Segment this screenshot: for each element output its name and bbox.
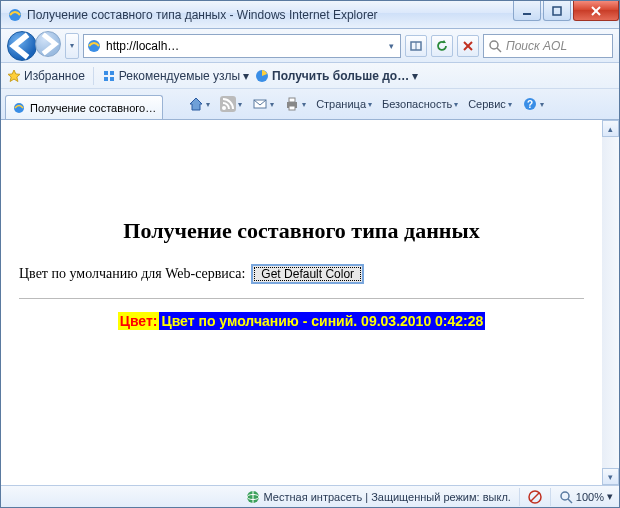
get-default-color-button[interactable]: Get Default Color — [251, 264, 364, 284]
close-button[interactable] — [573, 1, 619, 21]
mail-button[interactable]: ▾ — [249, 94, 277, 114]
prompt-row: Цвет по умолчанию для Web-сервиса: Get D… — [19, 264, 584, 284]
zoom-value: 100% — [576, 491, 604, 503]
tools-menu[interactable]: Сервис▾ — [465, 96, 515, 112]
result-value: Цвет по умолчанию - синий. 09.03.2010 0:… — [159, 312, 485, 330]
svg-rect-14 — [104, 77, 108, 81]
scroll-track[interactable] — [602, 137, 619, 468]
help-button[interactable]: ?▾ — [519, 94, 547, 114]
zone-text: Местная интрасеть | Защищенный режим: вы… — [264, 491, 511, 503]
tab-bar: Получение составного… ▾ ▾ ▾ ▾ Страница▾ … — [1, 89, 619, 119]
chevron-down-icon: ▾ — [412, 69, 418, 83]
getmore-label: Получить больше до… — [272, 69, 409, 83]
home-icon — [188, 96, 204, 112]
divider — [19, 298, 584, 299]
svg-text:?: ? — [527, 99, 533, 110]
svg-line-11 — [497, 48, 501, 52]
star-icon — [7, 69, 21, 83]
page-body: Получение составного типа данных Цвет по… — [1, 120, 602, 485]
tab-favicon — [12, 101, 26, 115]
zoom-icon — [559, 490, 573, 504]
zoom-control[interactable]: 100% ▾ — [559, 490, 613, 504]
favorites-label: Избранное — [24, 69, 85, 83]
slice-icon — [255, 69, 269, 83]
zone-icon — [246, 490, 260, 504]
home-button[interactable]: ▾ — [185, 94, 213, 114]
sites-icon — [102, 69, 116, 83]
minimize-button[interactable] — [513, 1, 541, 21]
svg-point-19 — [222, 106, 226, 110]
maximize-button[interactable] — [543, 1, 571, 21]
svg-rect-13 — [110, 71, 114, 75]
vertical-scrollbar[interactable]: ▴ ▾ — [602, 120, 619, 485]
svg-line-30 — [531, 493, 539, 501]
navigation-bar: ▾ http://localh… ▾ Поиск AOL — [1, 29, 619, 63]
search-placeholder: Поиск AOL — [506, 39, 567, 53]
suggested-label: Рекомендуемые узлы — [119, 69, 240, 83]
result-label: Цвет: — [118, 312, 160, 330]
tab-current[interactable]: Получение составного… — [5, 95, 163, 119]
svg-rect-12 — [104, 71, 108, 75]
chevron-down-icon: ▾ — [243, 69, 249, 83]
favorites-bar: Избранное Рекомендуемые узлы ▾ Получить … — [1, 63, 619, 89]
forward-button[interactable] — [35, 31, 61, 57]
svg-rect-22 — [289, 98, 295, 102]
prompt-label: Цвет по умолчанию для Web-сервиса: — [19, 266, 245, 282]
svg-line-32 — [568, 499, 572, 503]
page-menu[interactable]: Страница▾ — [313, 96, 375, 112]
separator — [93, 67, 94, 85]
svg-rect-15 — [110, 77, 114, 81]
content-viewport: Получение составного типа данных Цвет по… — [1, 119, 619, 485]
stop-button[interactable] — [457, 35, 479, 57]
command-bar: ▾ ▾ ▾ ▾ Страница▾ Безопасность▾ Сервис▾ … — [165, 94, 615, 114]
history-dropdown[interactable]: ▾ — [65, 33, 79, 59]
tab-title: Получение составного… — [30, 102, 156, 114]
ie-logo-icon — [7, 7, 23, 23]
get-more-addons[interactable]: Получить больше до… ▾ — [255, 69, 418, 83]
titlebar: Получение составного типа данных - Windo… — [1, 1, 619, 29]
scroll-down-button[interactable]: ▾ — [602, 468, 619, 485]
compat-view-button[interactable] — [405, 35, 427, 57]
back-button[interactable] — [7, 31, 37, 61]
chevron-down-icon: ▾ — [607, 490, 613, 503]
window-buttons — [511, 1, 619, 28]
scroll-up-button[interactable]: ▴ — [602, 120, 619, 137]
svg-rect-18 — [220, 96, 236, 112]
result-row: Цвет:Цвет по умолчанию - синий. 09.03.20… — [19, 313, 584, 329]
svg-point-31 — [561, 492, 569, 500]
search-box[interactable]: Поиск AOL — [483, 34, 613, 58]
rss-icon — [220, 96, 236, 112]
mail-icon — [252, 96, 268, 112]
print-button[interactable]: ▾ — [281, 94, 309, 114]
page-icon — [86, 38, 102, 54]
window-title: Получение составного типа данных - Windo… — [27, 8, 511, 22]
favorites-button[interactable]: Избранное — [7, 69, 85, 83]
refresh-button[interactable] — [431, 35, 453, 57]
svg-point-10 — [490, 41, 498, 49]
security-zone[interactable]: Местная интрасеть | Защищенный режим: вы… — [246, 490, 511, 504]
print-icon — [284, 96, 300, 112]
browser-window: Получение составного типа данных - Windo… — [0, 0, 620, 508]
suggested-sites[interactable]: Рекомендуемые узлы ▾ — [102, 69, 249, 83]
url-dropdown-icon[interactable]: ▾ — [384, 41, 398, 51]
address-bar[interactable]: http://localh… ▾ — [83, 34, 401, 58]
page-heading: Получение составного типа данных — [19, 218, 584, 244]
separator — [519, 488, 520, 506]
shield-off-icon — [528, 490, 542, 504]
help-icon: ? — [522, 96, 538, 112]
url-text: http://localh… — [106, 39, 380, 53]
search-icon — [488, 39, 502, 53]
feeds-button[interactable]: ▾ — [217, 94, 245, 114]
nav-buttons — [7, 31, 61, 61]
protected-mode-indicator[interactable] — [528, 490, 542, 504]
safety-menu[interactable]: Безопасность▾ — [379, 96, 461, 112]
svg-rect-23 — [289, 106, 295, 110]
svg-rect-2 — [553, 7, 561, 15]
separator — [550, 488, 551, 506]
status-bar: Местная интрасеть | Защищенный режим: вы… — [1, 485, 619, 507]
